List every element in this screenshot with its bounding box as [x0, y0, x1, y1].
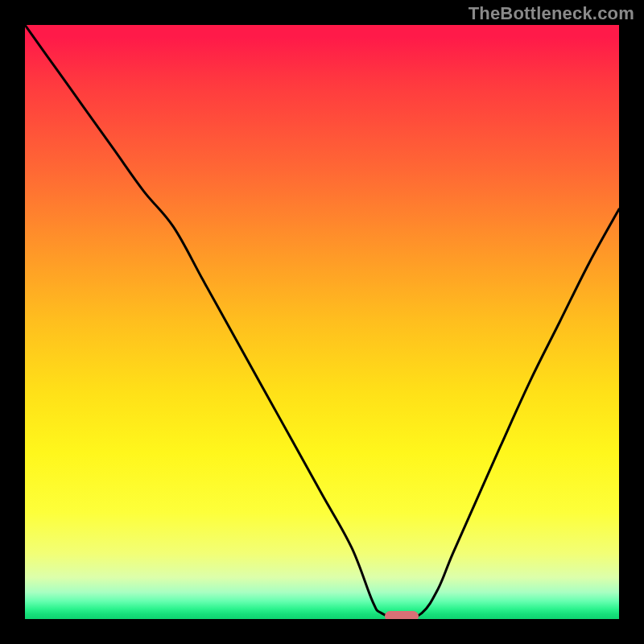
chart-frame: TheBottleneck.com: [0, 0, 644, 644]
plot-area: [25, 25, 619, 619]
bottleneck-curve: [25, 25, 619, 619]
watermark-label: TheBottleneck.com: [469, 3, 634, 24]
optimal-marker: [385, 611, 419, 619]
